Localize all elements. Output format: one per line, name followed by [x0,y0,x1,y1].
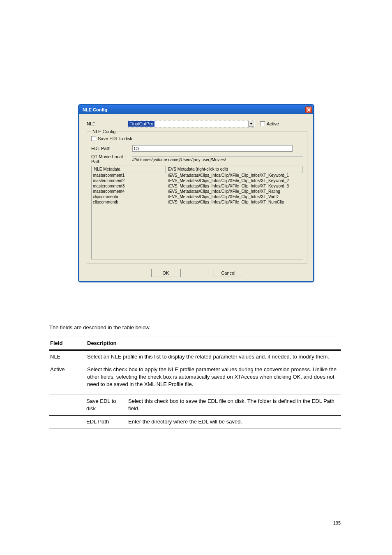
field-description-table-indented: Save EDL to disk Select this check box t… [49,395,341,428]
cell-nle: mastercomment3 [92,184,166,189]
active-checkbox[interactable] [260,121,265,126]
nle-dropdown[interactable]: FinalCutPro [128,120,255,127]
qt-movie-path-label: QT Movie Local Path [91,154,132,164]
table-head-description: Description [86,337,341,350]
table-head-field: Field [49,337,86,350]
table-row[interactable]: clipcommentb/EVS_Metadatas/Clips_Infos/C… [92,200,303,205]
page-number: 135 [316,519,341,525]
table-row[interactable]: mastercomment1/EVS_Metadatas/Clips_Infos… [92,173,303,178]
field-desc: Enter the directory where the EDL will b… [127,415,341,428]
field-name: NLE [49,351,86,363]
titlebar: NLE Config [79,105,313,114]
ok-button[interactable]: OK [151,269,181,277]
cell-evs: /EVS_Metadatas/Clips_Infos/Clip/XFile_Cl… [166,184,303,189]
edl-path-input[interactable]: C:/ [132,145,293,152]
col-header-evs[interactable]: EVS Metadata (right-click to edit) [166,166,303,173]
close-button[interactable] [305,106,312,113]
edl-path-label: EDL Path [91,146,132,151]
dialog-title: NLE Config [83,107,107,112]
cell-nle: mastercomment1 [92,173,166,178]
field-desc: Select this check box to save the EDL fi… [127,395,341,415]
nle-label: NLE [87,121,128,126]
fieldset-legend: NLE Config [91,129,117,134]
field-name: Active [49,363,86,391]
cell-evs: /EVS_Metadatas/Clips_Infos/Clip/XFile_Cl… [166,173,303,178]
qt-movie-path-value[interactable]: ///Volumes/[volume name]/Users/[any user… [132,156,303,162]
nle-config-fieldset: NLE Config Save EDL to disk EDL Path C:/… [87,132,307,264]
cell-evs: /EVS_Metadatas/Clips_Infos/Clip/XFile_Cl… [166,200,303,205]
nle-config-dialog: NLE Config NLE FinalCutPro Active NLE Co… [78,104,314,282]
metadata-table: NLE Metadata EVS Metadata (right-click t… [91,166,303,259]
cell-nle: mastercomment2 [92,178,166,184]
table-row[interactable]: clipcommenta/EVS_Metadatas/Clips_Infos/C… [92,194,303,200]
field-desc: Select this check box to apply the NLE p… [86,363,341,391]
nle-dropdown-value: FinalCutPro [128,121,154,127]
table-header: NLE Metadata EVS Metadata (right-click t… [92,166,303,173]
cell-evs: /EVS_Metadatas/Clips_Infos/Clip/XFile_Cl… [166,178,303,184]
cell-nle: clipcommentb [92,200,166,205]
field-name: Save EDL to disk [49,395,127,415]
table-row[interactable]: mastercomment2/EVS_Metadatas/Clips_Infos… [92,178,303,184]
cell-nle: mastercomment4 [92,189,166,194]
field-desc: Select an NLE profile in this list to di… [86,351,341,363]
field-name: EDL Path [49,415,127,428]
edl-path-value: C:/ [134,146,139,151]
dropdown-button[interactable] [248,121,254,127]
cancel-button[interactable]: Cancel [214,269,243,277]
table-row[interactable]: mastercomment4/EVS_Metadatas/Clips_Infos… [92,189,303,194]
field-description-table: Field Description NLE Select an NLE prof… [49,337,341,391]
table-row[interactable]: mastercomment3/EVS_Metadatas/Clips_Infos… [92,184,303,189]
dialog-client-area: NLE FinalCutPro Active NLE Config Save E… [79,114,313,281]
save-edl-label: Save EDL to disk [98,136,132,141]
close-icon [307,108,311,112]
document-body: The fields are described in the table be… [49,319,341,428]
save-edl-checkbox[interactable] [91,136,96,141]
col-header-nle[interactable]: NLE Metadata [92,166,166,173]
cell-evs: /EVS_Metadatas/Clips_Infos/Clip/XFile_Cl… [166,189,303,194]
chevron-down-icon [250,123,253,125]
intro-text: The fields are described in the table be… [49,324,341,331]
cell-nle: clipcommenta [92,194,166,200]
cell-evs: /EVS_Metadatas/Clips_Infos/Clip/XFile_Cl… [166,194,303,200]
active-label: Active [267,121,279,126]
